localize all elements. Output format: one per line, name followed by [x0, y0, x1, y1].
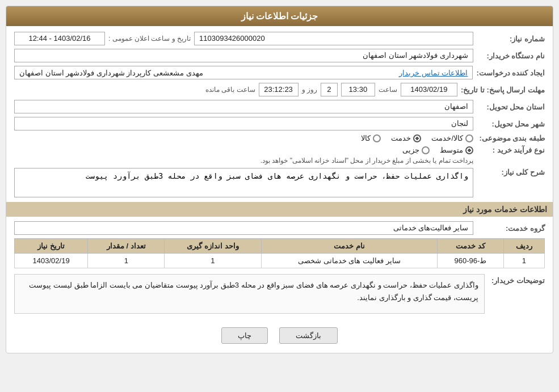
grohKhadamat-label: گروه خدمت: — [477, 224, 545, 233]
jozii-label: جزیی — [402, 146, 419, 154]
tabaqe-khadamat: خدمت — [391, 134, 421, 142]
jozii-radio[interactable] — [422, 146, 430, 154]
shomareNiaz-value: 1103093426000020 — [194, 32, 473, 45]
table-cell: 1 — [165, 254, 261, 268]
back-button[interactable]: بازگشت — [279, 327, 338, 344]
print-button[interactable]: چاپ — [221, 327, 268, 344]
mohlat-label: مهلت ارسال پاسخ: تا تاریخ: — [461, 86, 545, 94]
col-date: تاریخ نیاز — [15, 239, 88, 254]
col-code: کد خدمت — [438, 239, 503, 254]
tarikh-value: 1403/02/16 - 12:44 — [14, 32, 105, 45]
table-cell: 1 — [88, 254, 165, 268]
col-count: تعداد / مقدار — [88, 239, 165, 254]
table-cell: 1403/02/19 — [15, 254, 88, 268]
col-name: نام خدمت — [261, 239, 438, 254]
ostan-value: اصفهان — [14, 100, 473, 113]
tamas-link[interactable]: اطلاعات تماس خریدار — [399, 69, 468, 77]
services-table: ردیف کد خدمت نام خدمت واحد اندازه گیری ت… — [14, 238, 545, 268]
page-title: جزئیات اطلاعات نیاز — [6, 6, 553, 26]
tabaqe-khadamat-label: خدمت — [391, 134, 411, 142]
shahr-value: لنجان — [14, 117, 473, 130]
tosihKharidar-value: واگذاری عملیات حفظ، حراست و نگهداری عرصه… — [14, 274, 485, 314]
ijadKonande-text: مهدی مشعشعی کارپرداز شهرداری فولادشهر اس… — [19, 69, 203, 77]
ostan-label: استان محل تحویل: — [477, 103, 545, 111]
motavaset-radio[interactable] — [465, 146, 473, 154]
tarikh-label: تاریخ و ساعت اعلان عمومی : — [108, 35, 191, 43]
noeFarayand-options: متوسط جزیی — [14, 146, 473, 154]
tabaqe-kala-label: کالا — [361, 134, 371, 142]
mohlat-countdown: 23:12:23 — [259, 83, 299, 96]
mohlat-time-label: ساعت — [379, 86, 397, 94]
noeFarayand-note: پرداخت تمام یا بخشی از مبلغ خریدار از مح… — [14, 157, 473, 165]
table-cell: 1 — [503, 254, 544, 268]
tabaqe-kala-radio[interactable] — [373, 134, 381, 142]
tabaqe-khadamat-radio[interactable] — [413, 134, 421, 142]
table-cell: ط-96-960 — [438, 254, 503, 268]
mohlat-rooz: 2 — [321, 83, 338, 96]
shomareNiaz-label: شماره نیاز: — [477, 35, 545, 43]
col-unit: واحد اندازه گیری — [165, 239, 261, 254]
tabaqe-kalaservice-radio[interactable] — [465, 134, 473, 142]
mohlat-rooz-label: روز و — [302, 86, 317, 94]
tabaqeBandi-label: طبقه بندی موضوعی: — [477, 134, 545, 142]
button-row: بازگشت چاپ — [14, 322, 545, 347]
table-row: 1ط-96-960سایر فعالیت های خدماتی شخصی1114… — [15, 254, 545, 268]
namDastgah-value: شهرداری فولادشهر استان اصفهان — [14, 49, 473, 62]
motavaset-label: متوسط — [440, 146, 463, 154]
grohKhadamat-value: سایر فعالیت‌های خدماتی — [14, 221, 473, 235]
tabaqe-kala-service: کالا/خدمت — [431, 134, 473, 142]
ijadKonande-label: ایجاد کننده درخواست: — [476, 69, 545, 77]
noeFarayand-label: نوع فرآیند خرید : — [477, 146, 545, 154]
mohlat-time: 13:30 — [341, 83, 375, 96]
ijadKonande-value: اطلاعات تماس خریدار مهدی مشعشعی کارپرداز… — [14, 66, 473, 79]
tabaqe-options: کالا/خدمت خدمت کالا — [361, 134, 473, 142]
namDastgah-label: نام دستگاه خریدار: — [477, 52, 545, 60]
mohlat-countdown-label: ساعت باقی مانده — [205, 86, 255, 94]
shahr-label: شهر محل تحویل: — [477, 120, 545, 128]
sharhNiaz-label: شرح کلی نیاز: — [477, 168, 545, 176]
tabaqe-kalaservice-label: کالا/خدمت — [431, 134, 463, 142]
tabaqe-kala: کالا — [361, 134, 381, 142]
noeFarayand-motavaset: متوسط — [440, 146, 473, 154]
mohlat-date: 1403/02/19 — [401, 83, 457, 96]
col-radif: ردیف — [503, 239, 544, 254]
table-cell: سایر فعالیت های خدماتی شخصی — [261, 254, 438, 268]
tosihKharidar-label: توضیحات خریدار: — [488, 274, 545, 285]
sharhNiaz-value[interactable] — [14, 168, 473, 197]
services-section-header: اطلاعات خدمات مورد نیاز — [6, 202, 553, 217]
noeFarayand-jozii: جزیی — [402, 146, 430, 154]
